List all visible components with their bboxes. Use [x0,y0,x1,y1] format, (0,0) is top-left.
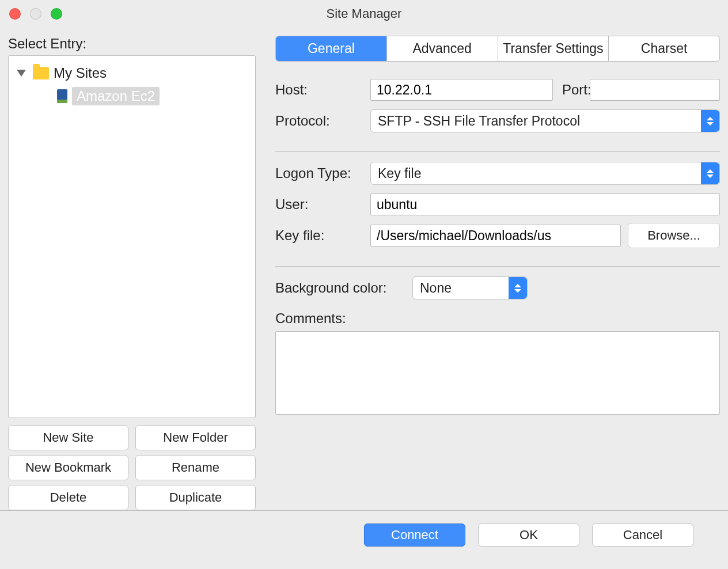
folder-icon [33,67,49,79]
keyfile-input[interactable] [370,225,621,246]
protocol-label: Protocol: [275,113,370,129]
new-folder-button[interactable]: New Folder [135,425,256,450]
window-controls [9,8,62,20]
tabbar: General Advanced Transfer Settings Chars… [275,36,720,62]
port-label: Port: [553,82,590,98]
chevron-down-icon[interactable] [17,70,26,77]
new-bookmark-button[interactable]: New Bookmark [8,455,128,480]
user-input[interactable] [370,194,720,215]
tab-general[interactable]: General [276,36,386,61]
logon-type-label: Logon Type: [275,165,370,181]
select-arrows-icon [509,277,527,299]
protocol-select[interactable]: SFTP - SSH File Transfer Protocol [370,109,720,132]
bgcolor-select[interactable]: None [412,276,528,299]
settings-panel: General Advanced Transfer Settings Chars… [275,36,720,510]
bgcolor-label: Background color: [275,280,402,296]
minimize-window-button[interactable] [30,8,41,20]
site-name-label: Amazon Ec2 [72,87,160,105]
ok-button[interactable]: OK [478,524,579,547]
maximize-window-button[interactable] [51,8,62,20]
host-label: Host: [275,82,370,98]
comments-label: Comments: [275,310,720,327]
comments-textarea[interactable] [275,331,720,415]
host-input[interactable] [370,79,553,101]
select-arrows-icon [701,110,719,132]
footer: Connect OK Cancel [0,510,728,547]
delete-button[interactable]: Delete [8,485,128,510]
tab-advanced[interactable]: Advanced [386,36,498,61]
window-title: Site Manager [327,6,402,21]
tree-site-row[interactable]: Amazon Ec2 [12,85,252,108]
tree-root-row[interactable]: My Sites [12,62,252,85]
user-label: User: [275,196,370,213]
keyfile-label: Key file: [275,227,370,244]
titlebar: Site Manager [0,0,728,28]
select-arrows-icon [701,162,719,184]
new-site-button[interactable]: New Site [8,425,128,450]
divider [275,266,720,267]
server-icon [57,89,67,103]
rename-button[interactable]: Rename [135,455,256,480]
tab-charset[interactable]: Charset [608,36,719,61]
root-folder-label: My Sites [54,65,107,81]
port-input[interactable] [590,79,720,101]
site-tree[interactable]: My Sites Amazon Ec2 [8,55,256,418]
select-entry-label: Select Entry: [8,36,256,52]
duplicate-button[interactable]: Duplicate [135,485,256,510]
tab-transfer-settings[interactable]: Transfer Settings [498,36,609,61]
cancel-button[interactable]: Cancel [592,524,693,547]
logon-type-value: Key file [378,166,421,181]
connect-button[interactable]: Connect [364,524,465,547]
browse-button[interactable]: Browse... [628,223,720,248]
protocol-value: SFTP - SSH File Transfer Protocol [378,113,580,129]
logon-type-select[interactable]: Key file [370,162,720,185]
close-window-button[interactable] [9,8,21,20]
bgcolor-value: None [420,280,452,296]
divider [275,151,720,152]
